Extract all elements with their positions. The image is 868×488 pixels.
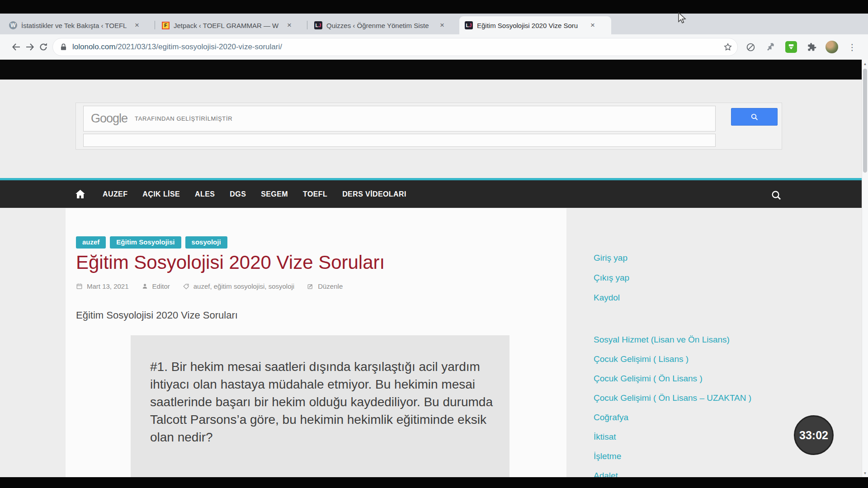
search-tagline: TARAFINDAN GELİŞTİRİLMİŞTİR <box>135 115 232 122</box>
sidebar-link-cografya[interactable]: Coğrafya <box>594 408 751 427</box>
send-tab-button[interactable] <box>764 38 777 56</box>
post-date: Mart 13, 2021 <box>87 282 129 290</box>
nav-home-button[interactable] <box>72 188 88 200</box>
forward-button[interactable] <box>24 41 36 53</box>
star-icon <box>723 42 733 52</box>
nav-item-auzef[interactable]: AUZEF <box>103 190 127 198</box>
content-blocked-button[interactable] <box>744 38 757 56</box>
tab-title: Eğitim Sosyolojisi 2020 Vize Soru <box>477 22 585 29</box>
calendar-icon <box>76 283 83 290</box>
address-bar[interactable]: lolonolo.com/2021/03/13/egitim-sosyoloji… <box>52 38 738 56</box>
edit-icon <box>307 283 314 290</box>
main-navigation: AUZEF AÇIK LİSE ALES DGS SEGEM TOEFL DER… <box>0 178 862 208</box>
tab-quizzes[interactable]: LJ Quizzes ‹ Öğrenme Yönetim Siste × <box>309 16 458 34</box>
search-input[interactable]: Google TARAFINDAN GELİŞTİRİLMİŞTİR <box>83 106 716 131</box>
tab-separator <box>307 21 307 29</box>
nav-item-ders-videolari[interactable]: DERS VİDEOLARI <box>342 190 406 198</box>
tab-strip: W İstatistikler ve Tek Bakışta ‹ TOEFL ×… <box>0 14 868 34</box>
download-extension-button[interactable] <box>785 38 797 56</box>
article-subheading: Eğitim Sosyolojisi 2020 Vize Soruları <box>76 310 238 321</box>
screen: W İstatistikler ve Tek Bakışta ‹ TOEFL ×… <box>0 0 868 488</box>
send-tab-icon <box>765 42 776 52</box>
tab-statistics[interactable]: W İstatistikler ve Tek Bakışta ‹ TOEFL × <box>4 16 153 34</box>
puzzle-icon <box>807 42 817 52</box>
tag-auzef[interactable]: auzef <box>76 236 106 249</box>
sidebar-link-cocuk-gelisimi-on-lisans[interactable]: Çocuk Gelişimi ( Ön Lisans ) <box>594 369 751 388</box>
post-meta: Mart 13, 2021 Editor auzef, eğitim sosyo… <box>76 282 343 290</box>
search-input-secondary[interactable] <box>83 134 716 147</box>
page-scrollbar[interactable]: ▲ ▼ <box>862 60 868 477</box>
post-terms[interactable]: auzef, eğitim sosyolojisi, sosyoloji <box>193 282 294 290</box>
blocked-icon <box>745 42 756 52</box>
letterbox-top <box>0 0 868 14</box>
google-logo: Google <box>91 112 127 126</box>
lock-icon <box>59 42 68 52</box>
sidebar-link-iktisat[interactable]: İktisat <box>594 427 751 446</box>
article-card: auzef Eğitim Sosyolojisi sosyoloji Eğiti… <box>66 208 566 477</box>
learndash-favicon-icon: LJ <box>314 21 322 29</box>
tab-active-egitim-sosyolojisi[interactable]: LJ Eğitim Sosyolojisi 2020 Vize Soru × <box>459 16 611 34</box>
sidebar-link-cocuk-gelisimi-uzaktan[interactable]: Çocuk Gelişimi ( Ön Lisans – UZAKTAN ) <box>594 388 751 408</box>
search-icon <box>750 113 759 121</box>
tab-title: Quizzes ‹ Öğrenme Yönetim Siste <box>326 22 435 29</box>
search-submit-button[interactable] <box>731 108 778 126</box>
tag-list: auzef Eğitim Sosyolojisi sosyoloji <box>76 236 227 249</box>
nav-item-toefl[interactable]: TOEFL <box>303 190 327 198</box>
refresh-icon <box>38 42 49 52</box>
tags-icon <box>183 283 189 290</box>
author-icon <box>142 283 148 290</box>
tag-sosyoloji[interactable]: sosyoloji <box>185 236 227 249</box>
profile-avatar[interactable] <box>826 38 838 56</box>
extensions-button[interactable] <box>805 38 818 56</box>
post-author[interactable]: Editor <box>152 282 170 290</box>
jetpack-favicon-icon: F <box>162 22 170 29</box>
letterbox-bottom <box>0 477 868 488</box>
tag-egitim-sosyolojisi[interactable]: Eğitim Sosyolojisi <box>110 236 181 249</box>
nav-item-acik-lise[interactable]: AÇIK LİSE <box>142 190 180 198</box>
tab-jetpack[interactable]: F Jetpack ‹ TOEFL GRAMMAR — W × <box>156 16 306 34</box>
sidebar-link-isletme[interactable]: İşletme <box>594 446 751 466</box>
scroll-up-arrow-icon[interactable]: ▲ <box>862 60 868 67</box>
scrollbar-thumb[interactable] <box>863 69 867 173</box>
sidebar-link-sosyal-hizmet[interactable]: Sosyal Hizmet (Lisan ve Ön Lisans) <box>594 330 751 349</box>
toolbar-extensions: ⋮ <box>744 38 859 56</box>
home-icon <box>74 188 86 200</box>
search-icon <box>771 190 782 201</box>
sidebar-link-giris-yap[interactable]: Giriş yap <box>594 248 629 268</box>
tab-close-icon[interactable]: × <box>590 21 596 30</box>
tab-title: Jetpack ‹ TOEFL GRAMMAR — W <box>174 22 282 29</box>
quiz-container: #1. Bir hekim mesai saatleri dışında kar… <box>131 335 509 477</box>
back-icon <box>11 42 22 52</box>
sidebar-link-kaydol[interactable]: Kaydol <box>594 288 629 308</box>
url-text: lolonolo.com/2021/03/13/egitim-sosyoloji… <box>72 42 282 52</box>
back-button[interactable] <box>10 41 23 53</box>
mouse-cursor <box>678 12 689 26</box>
bookmark-star-button[interactable] <box>723 42 733 52</box>
nav-item-dgs[interactable]: DGS <box>230 190 246 198</box>
refresh-button[interactable] <box>37 41 50 53</box>
avatar <box>826 41 838 53</box>
sidebar-link-cocuk-gelisimi-lisans[interactable]: Çocuk Gelişimi ( Lisans ) <box>594 349 751 369</box>
tab-close-icon[interactable]: × <box>134 21 140 30</box>
tab-close-icon[interactable]: × <box>439 21 445 30</box>
wordpress-favicon-icon: W <box>9 21 17 29</box>
edit-link[interactable]: Düzenle <box>318 282 343 290</box>
learndash-favicon-icon: LJ <box>465 21 473 29</box>
google-custom-search: Google TARAFINDAN GELİŞTİRİLMİŞTİR <box>75 103 782 150</box>
sidebar-account-links: Giriş yap Çıkış yap Kaydol <box>594 248 629 308</box>
scroll-down-arrow-icon[interactable]: ▼ <box>862 469 868 477</box>
nav-item-ales[interactable]: ALES <box>195 190 215 198</box>
recording-timer-badge: 33:02 <box>794 415 834 455</box>
browser-toolbar: lolonolo.com/2021/03/13/egitim-sosyoloji… <box>0 34 868 60</box>
nav-item-segem[interactable]: SEGEM <box>261 190 288 198</box>
nav-search-button[interactable] <box>769 188 784 203</box>
tab-title: İstatistikler ve Tek Bakışta ‹ TOEFL <box>21 22 130 29</box>
sidebar-link-cikis-yap[interactable]: Çıkış yap <box>594 268 629 288</box>
browser-menu-button[interactable]: ⋮ <box>846 38 859 56</box>
forward-icon <box>24 42 35 52</box>
download-extension-icon <box>785 41 797 53</box>
page-title: Eğitim Sosyolojisi 2020 Vize Soruları <box>76 252 385 273</box>
sidebar-link-adalet[interactable]: Adalet <box>594 466 751 477</box>
tab-close-icon[interactable]: × <box>286 21 292 30</box>
tab-separator <box>155 21 155 29</box>
